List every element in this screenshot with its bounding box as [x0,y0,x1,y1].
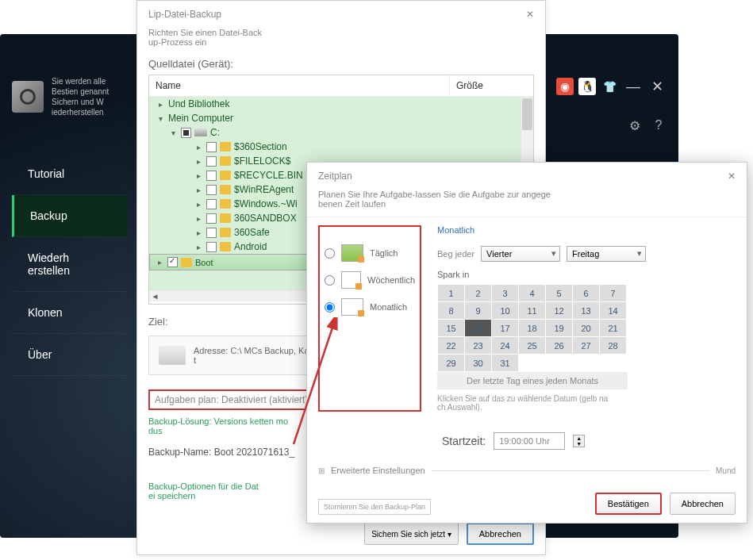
cal-heading: Monatlich [437,225,736,235]
folder-icon [181,258,192,267]
schedule-row[interactable]: Aufgaben plan: Deaktiviert (aktiviert) [148,389,314,410]
day-cell[interactable]: 9 [465,302,492,320]
day-cell[interactable]: 24 [492,337,519,355]
frequency-options: Täglich Wöchentlich Monatlich [318,225,421,412]
day-cell[interactable]: 2 [465,285,492,302]
day-cell[interactable]: 15 [438,320,465,337]
sidebar-item-about[interactable]: Über [12,334,127,376]
close-button[interactable]: ✕ [648,78,667,95]
day-cell[interactable]: 25 [519,337,546,355]
folder-icon [220,242,231,251]
source-label: Quelldatei (Gerät): [148,58,534,70]
tree-row[interactable]: ▸$360Section [149,140,533,154]
sidebar-item-backup[interactable]: Backup [12,195,127,237]
day-cell[interactable]: 30 [465,355,492,372]
sidebar-item-clone[interactable]: Klonen [12,292,127,334]
every-label: Beg jeder [437,249,474,259]
folder-icon [220,185,231,194]
cal-hint: Klicken Sie auf das zu wählende Datum (g… [437,394,628,412]
close-icon[interactable]: ✕ [728,171,736,182]
calendar-icon [341,271,361,289]
day-cell[interactable]: 18 [519,320,546,337]
folder-icon [220,171,231,180]
day-cell[interactable]: 21 [600,320,627,337]
day-cell[interactable]: 23 [465,337,492,355]
schedule-subtitle: Planen Sie Ihre Aufgabe-Iassen Sie die A… [307,190,747,217]
day-cell[interactable]: 3 [492,285,519,302]
spark-label: Spark in [437,270,736,279]
tree-row[interactable]: ▾Mein Computer [149,111,533,125]
qq-icon[interactable]: 🐧 [578,78,596,95]
folder-icon [220,142,231,152]
day-cell[interactable]: 26 [546,337,573,355]
schedule-title: Zeitplan [318,171,352,182]
sidebar-item-tutorial[interactable]: Tutorial [12,153,127,195]
day-cell[interactable]: 14 [600,302,627,320]
cancel-button[interactable]: Abbrechen [467,523,534,545]
app-title: Sie werden alle Bestien genannt Sichern … [52,76,109,117]
day-cell[interactable]: 22 [438,337,465,355]
day-cell[interactable]: 5 [546,285,573,302]
folder-icon [220,228,231,237]
day-cell[interactable]: 29 [438,355,465,372]
dialog-subtitle: Richten Sie einen Datei-Back up-Prozess … [137,28,545,53]
folder-icon [220,213,231,223]
drive-icon [159,346,186,365]
dialog-title: Lip-Datei-Backup [148,9,221,20]
day-cell[interactable]: 31 [492,355,519,372]
day-cell[interactable]: 19 [546,320,573,337]
day-cell[interactable]: 7 [600,285,627,302]
gear-icon[interactable]: ⚙ [627,117,643,133]
advanced-label[interactable]: Erweiterte Einstellungen [331,466,425,475]
shirt-icon[interactable]: 👕 [601,78,618,95]
day-cell[interactable]: 12 [546,302,573,320]
cancel-button[interactable]: Abbrechen [670,493,736,515]
day-cell[interactable]: 10 [492,302,519,320]
time-spinner[interactable]: ▲▼ [573,435,585,447]
day-cell[interactable]: 6 [573,285,600,302]
drive-icon [194,128,207,136]
schedule-dialog: Zeitplan ✕ Planen Sie Ihre Aufgabe-Iasse… [306,162,747,524]
help-icon[interactable]: ? [651,117,667,133]
mund-label: Mund [716,466,736,475]
close-icon[interactable]: ✕ [526,9,534,20]
start-time-input[interactable] [494,432,565,450]
day-cell[interactable]: 8 [438,302,465,320]
day-cell[interactable]: 11 [519,302,546,320]
tree-row[interactable]: ▾C: [149,125,533,140]
day-cell[interactable]: 27 [573,337,600,355]
day-cell[interactable]: 13 [573,302,600,320]
day-cell[interactable]: 17 [492,320,519,337]
sidebar: Tutorial Backup Wiederh erstellen Klonen… [12,153,127,376]
col-name[interactable]: Name [149,75,450,96]
sidebar-item-restore[interactable]: Wiederh erstellen [12,237,127,292]
last-day-button[interactable]: Der letzte Tag eines jeden Monats [437,372,628,389]
day-cell[interactable]: 16 [465,320,492,337]
weibo-icon[interactable]: ◉ [556,78,574,95]
calendar-icon [341,298,363,316]
tree-row[interactable]: ▸Und Bibliothek [149,97,533,111]
day-cell[interactable]: 4 [519,285,546,302]
minimize-button[interactable]: — [623,79,644,95]
save-now-button[interactable]: Sichern Sie sich jetzt ▾ [364,523,459,545]
safe-icon [12,81,44,113]
col-size[interactable]: Größe [450,75,533,96]
freq-monthly[interactable]: Monatlich [325,298,415,316]
freq-weekly[interactable]: Wöchentlich [325,271,415,289]
start-label: Startzeit: [442,435,486,447]
ordinal-select[interactable]: Vierter [481,246,560,262]
expand-icon[interactable]: ⊞ [318,466,325,475]
folder-icon [220,156,231,166]
day-cell[interactable]: 1 [438,285,465,302]
cancel-plan-button[interactable]: Stornieren Sie den Backup-Plan [318,499,431,515]
day-cell[interactable]: 20 [573,320,600,337]
confirm-button[interactable]: Bestätigen [595,493,662,515]
folder-icon [220,199,231,209]
calendar-grid: 1234567 891011121314 15161718192021 2223… [437,284,627,372]
freq-daily[interactable]: Täglich [325,244,415,262]
weekday-select[interactable]: Freitag [567,246,646,262]
day-cell[interactable]: 28 [600,337,627,355]
calendar-icon [341,244,363,262]
